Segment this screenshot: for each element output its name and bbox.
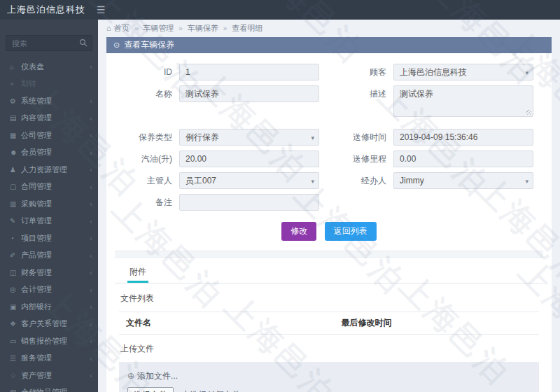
sidebar-item-procurement[interactable]: ▥采购管理‹ [0,195,98,213]
handler-field[interactable]: Jimmy▾ [393,172,533,189]
service-icon: ☰ [10,354,21,362]
company-icon: ▦ [10,132,21,139]
dropdown-arrow-icon: ▾ [311,130,314,146]
chevron-left-icon: ‹ [90,371,92,379]
chevron-left-icon: ‹ [90,217,92,225]
sidebar-item-warehouse[interactable]: ▧仓储物品管理‹ [0,384,98,392]
contract-icon: ▢ [10,183,21,190]
maintenance-form: ID1顾客上海邑泊信息科技▾名称测试保养描述测试保养保养类型例行保养▾送修时间2… [106,53,552,392]
finance-icon: ◫ [10,269,21,276]
sidebar-search [6,35,92,51]
attachments-tabs: 附件 [115,262,543,284]
asset-icon: ♢ [10,372,21,379]
sidebar-item-dashboard[interactable]: ⌂仪表盘‹ [0,58,98,76]
sidebar-item-label: 仪表盘 [21,62,90,72]
hamburger-menu-icon[interactable]: ☰ [97,4,106,15]
crm-icon: ❖ [10,320,21,328]
accounting-icon: ◎ [10,286,21,293]
sidebar-item-product[interactable]: ✐产品管理‹ [0,247,98,265]
app-window: 上海邑泊信息科技 ☰ ⌂仪表盘‹●划转⚙系统管理‹▤内容管理‹▦公司管理‹☻会员… [0,0,560,392]
sidebar-item-company[interactable]: ▦公司管理‹ [0,127,98,144]
sidebar-item-crm[interactable]: ❖客户关系管理‹ [0,316,98,333]
sidebar-item-label: 划转 [21,78,92,89]
sidebar-item-bank[interactable]: ▣内部银行‹ [0,298,98,316]
brand-logo[interactable]: 上海邑泊信息科技 [0,4,85,16]
add-file-link[interactable]: ⊕添加文件... [127,370,531,382]
main-content: ⌂首页»车辆管理»车辆保养»查看明细 ⊙ 查看车辆保养 ID1顾客上海邑泊信息科… [98,20,560,392]
sidebar-item-accounting[interactable]: ◎会计管理‹ [0,281,98,299]
sidebar-item-label: 服务管理 [21,353,90,363]
handler-value: Jimmy [400,176,424,186]
back-to-list-button[interactable]: 返回列表 [325,222,377,241]
description-label: 描述 [329,85,393,102]
system-icon: ⚙ [10,97,21,105]
quotation-icon: ▭ [10,337,21,345]
chevron-left-icon: ‹ [90,165,92,174]
breadcrumb-item[interactable]: 车辆保养 [188,23,218,34]
sidebar-item-label: 合同管理 [21,181,90,192]
chevron-left-icon: ‹ [90,354,92,363]
tab-attachments[interactable]: 附件 [127,262,148,283]
chevron-left-icon: ‹ [90,234,92,242]
detail-panel: ⊙ 查看车辆保养 ID1顾客上海邑泊信息科技▾名称测试保养描述测试保养保养类型例… [106,37,552,392]
repair-time-field[interactable]: 2019-04-09 15:36:46 [393,129,533,146]
gasoline-liters-field[interactable]: 20.00 [179,150,319,167]
sidebar-item-label: 人力资源管理 [21,164,90,175]
dropdown-arrow-icon: ▾ [525,174,528,189]
warehouse-icon: ▧ [10,388,21,392]
maintenance-type-field[interactable]: 例行保养▾ [179,129,319,146]
supervisor-value: 员工007 [186,176,216,186]
id-field[interactable]: 1 [179,64,319,80]
repair-mileage-field[interactable]: 0.00 [393,150,533,167]
sidebar-item-content[interactable]: ▤内容管理‹ [0,110,98,127]
sidebar-item-quotation[interactable]: ▭销售报价管理‹ [0,332,98,350]
sidebar-item-contract[interactable]: ▢合同管理‹ [0,178,98,196]
sidebar-item-service[interactable]: ☰服务管理‹ [0,350,98,368]
handler-label: 经办人 [329,172,393,189]
sidebar-item-asset[interactable]: ♢资产管理‹ [0,367,98,384]
maintenance-type-label: 保养类型 [115,129,179,146]
sidebar-item-label: 产品管理 [21,250,90,260]
choose-file-button[interactable]: 选择文件 [127,387,174,392]
breadcrumb-item[interactable]: ⌂首页 [106,23,130,34]
gasoline-liters-label: 汽油(升) [115,150,179,167]
breadcrumb: ⌂首页»车辆管理»车辆保养»查看明细 [106,20,552,37]
id-label: ID [115,64,179,80]
sidebar-item-system[interactable]: ⚙系统管理‹ [0,92,98,110]
sidebar-item-label: 内部银行 [21,302,90,312]
breadcrumb-item[interactable]: 车辆管理 [143,23,174,34]
search-icon[interactable] [79,38,88,47]
repair-time-label: 送修时间 [329,129,393,146]
customer-value: 上海邑泊信息科技 [400,67,467,77]
hr-icon: ♟ [10,166,21,174]
breadcrumb-item[interactable]: 查看明细 [232,23,262,34]
panel-title: 查看车辆保养 [124,39,174,51]
modify-button[interactable]: 修改 [281,222,316,241]
sidebar-item-order[interactable]: ✎订单管理‹ [0,213,98,230]
sidebar-menu: ⌂仪表盘‹●划转⚙系统管理‹▤内容管理‹▦公司管理‹☻会员管理‹♟人力资源管理‹… [0,58,98,392]
supervisor-field[interactable]: 员工007▾ [179,172,319,189]
sidebar-item-finance[interactable]: ◫财务管理‹ [0,264,98,281]
bank-icon: ▣ [10,303,21,311]
remarks-field[interactable] [179,194,319,211]
sidebar-item-project[interactable]: ◔项目管理‹ [0,230,98,247]
description-field[interactable]: 测试保养 [393,85,533,117]
customer-field[interactable]: 上海邑泊信息科技▾ [393,64,533,80]
dot-icon: ● [10,80,21,88]
chevron-left-icon: ‹ [90,131,92,139]
sidebar-item-label: 会员管理 [21,147,90,158]
home-icon: ⌂ [106,24,111,32]
chevron-left-icon: ‹ [90,148,92,157]
member-icon: ☻ [10,148,21,156]
description-value: 测试保养 [400,89,433,99]
sidebar-item-member[interactable]: ☻会员管理‹ [0,144,98,162]
resize-grip-icon[interactable] [526,110,531,115]
name-value: 测试保养 [186,89,219,99]
sidebar-item-dim[interactable]: ●划转 [0,76,98,93]
panel-header: ⊙ 查看车辆保养 [106,37,552,53]
name-field[interactable]: 测试保养 [179,85,319,102]
sidebar-item-label: 财务管理 [21,267,90,278]
sidebar-item-hr[interactable]: ♟人力资源管理‹ [0,161,98,178]
plus-circle-icon: ⊕ [127,371,134,381]
dropdown-arrow-icon: ▾ [525,65,528,80]
